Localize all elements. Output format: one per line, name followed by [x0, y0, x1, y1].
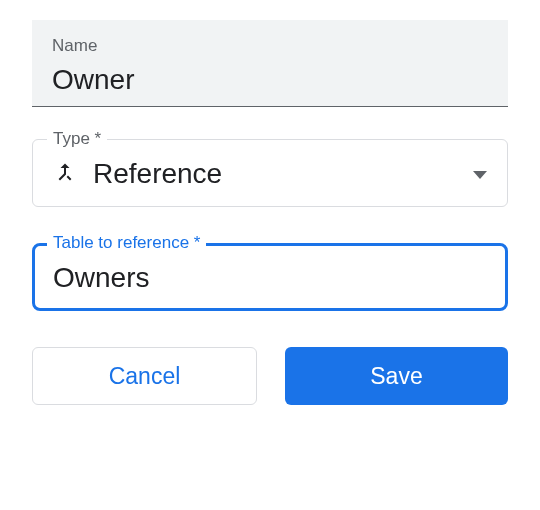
button-row: Cancel Save [32, 347, 508, 405]
table-reference-select[interactable]: Table to reference * Owners [32, 243, 508, 311]
type-select[interactable]: Type * Reference [32, 139, 508, 207]
save-button[interactable]: Save [285, 347, 508, 405]
name-label: Name [52, 36, 488, 56]
merge-icon [53, 160, 77, 188]
cancel-button[interactable]: Cancel [32, 347, 257, 405]
type-value: Reference [93, 158, 222, 190]
table-reference-label: Table to reference * [47, 233, 206, 253]
type-label: Type * [47, 129, 107, 149]
name-value: Owner [52, 64, 488, 96]
chevron-down-icon [473, 165, 487, 183]
name-input-container[interactable]: Name Owner [32, 20, 508, 107]
table-reference-value: Owners [53, 262, 487, 294]
